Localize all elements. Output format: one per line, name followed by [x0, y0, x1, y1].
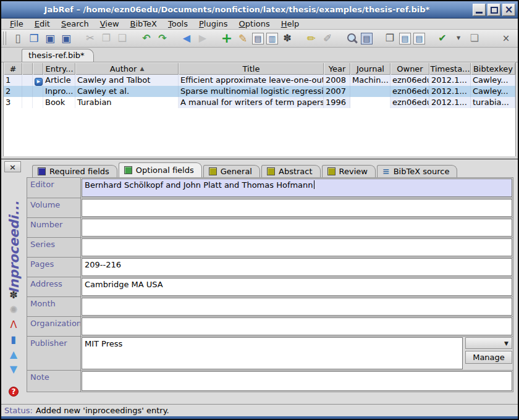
open-file-icon[interactable]: ▮	[11, 335, 17, 345]
toggle-entry-preview-icon[interactable]: ▤	[361, 33, 373, 44]
toolbar: ▯❒▣▣✂❐❑↶↷◀▶+✎▤▥✽✏✐▤❐▤▤✔▼❏×	[1, 30, 518, 48]
table-row[interactable]: 2Inpro...Cawley et al.Sparse multinomial…	[4, 86, 515, 97]
forward-icon[interactable]: ▶	[196, 32, 209, 45]
save-all-icon[interactable]: ▣	[59, 32, 73, 45]
menu-bibtex[interactable]: BibTeX	[125, 19, 162, 29]
column-header-author[interactable]: Author▲	[75, 62, 179, 75]
tab-optional-fields[interactable]: Optional fields	[119, 162, 202, 177]
manage-button[interactable]: Manage	[465, 351, 512, 364]
publisher-combo[interactable]: ▼	[465, 337, 512, 349]
copy-key-icon[interactable]: ❐	[383, 32, 397, 45]
previous-entry-icon[interactable]: ▲	[10, 350, 17, 359]
new-entry-icon[interactable]: +	[220, 32, 234, 45]
search-icon[interactable]	[345, 32, 358, 45]
publisher-controls: ▼Manage	[465, 337, 512, 369]
table-cell: Cawley and Talbot	[75, 75, 179, 86]
column-header-bibtexkey[interactable]: Bibtexkey	[471, 62, 515, 75]
close-entry-editor-button[interactable]: ×	[4, 161, 21, 172]
paste-icon[interactable]: ❑	[116, 32, 129, 45]
menu-tools[interactable]: Tools	[162, 19, 193, 29]
toolbar-close-icon[interactable]: ×	[499, 32, 513, 45]
edit-entry-icon[interactable]: ✎	[236, 32, 250, 45]
field-input-organization[interactable]	[82, 317, 512, 335]
push-to-application-icon[interactable]: ▤	[399, 33, 411, 44]
fetch-web-icon[interactable]: ✔	[436, 32, 449, 45]
cut-icon[interactable]: ✂	[83, 32, 97, 45]
column-header-empty[interactable]	[33, 62, 43, 75]
tab-review[interactable]: Review	[322, 165, 376, 177]
menu-view[interactable]: View	[95, 19, 125, 29]
field-text: 209--216	[85, 260, 121, 269]
table-header: #Entry...Author▲TitleYearJournalOwnerTim…	[4, 62, 515, 75]
pdf-icon[interactable]: Λ	[11, 320, 17, 330]
column-header-owner[interactable]: Owner	[390, 62, 429, 75]
field-input-address[interactable]: Cambridge MA USA	[82, 278, 512, 296]
field-label-number: Number	[27, 217, 81, 238]
unmark-entries-icon[interactable]: ✐	[321, 32, 334, 45]
push-to-application-2-icon[interactable]: ▤	[413, 33, 425, 44]
mark-entries-icon[interactable]: ✏	[305, 32, 318, 45]
generate-key-wand-icon[interactable]: ✽	[9, 290, 17, 300]
gear-icon[interactable]: ✺	[9, 305, 17, 315]
toolbar-drag-handle[interactable]	[3, 32, 6, 45]
field-input-month[interactable]	[82, 298, 512, 316]
tab-general[interactable]: General	[203, 165, 260, 177]
document-tab[interactable]: thesis-ref.bib*	[22, 49, 94, 62]
field-input-series[interactable]	[82, 238, 512, 256]
title-bar[interactable]: JabRef – /home/ezn06edu/Documents/nonfic…	[1, 1, 518, 19]
entry-table: #Entry...Author▲TitleYearJournalOwnerTim…	[3, 62, 516, 156]
help-icon[interactable]: ?	[9, 387, 19, 397]
table-cell: Sparse multinomial logistic regressi...	[179, 86, 324, 97]
table-cell: Article	[43, 75, 75, 86]
copy-icon[interactable]: ❐	[99, 32, 113, 45]
wand-icon[interactable]: ✽	[281, 32, 294, 45]
document-tab-bar: thesis-ref.bib*	[1, 48, 518, 62]
back-icon[interactable]: ◀	[180, 32, 193, 45]
open-database-icon[interactable]: ❒	[27, 32, 41, 45]
menu-edit[interactable]: Edit	[29, 19, 56, 29]
menu-options[interactable]: Options	[234, 19, 276, 29]
table-row[interactable]: 1▶ArticleCawley and TalbotEfficient appr…	[4, 75, 515, 86]
column-header-year[interactable]: Year	[324, 62, 350, 75]
field-value-cell	[81, 370, 513, 392]
tab-required-fields[interactable]: Required fields	[32, 165, 117, 177]
new-database-icon[interactable]: ▯	[11, 32, 25, 45]
table-row[interactable]: 3BookTurabianA manual for writers of ter…	[4, 97, 515, 108]
maximize-button[interactable]	[487, 4, 500, 16]
column-header-entry[interactable]: Entry...	[43, 62, 75, 75]
tab-label: General	[221, 167, 252, 176]
column-header-[interactable]: #	[4, 62, 22, 75]
table-cell: Turabian	[75, 97, 179, 108]
field-input-editor[interactable]: Bernhard Schölkopf and John Platt and Th…	[82, 178, 512, 197]
field-input-pages[interactable]: 209--216	[82, 258, 512, 276]
menu-help[interactable]: Help	[276, 19, 305, 29]
save-database-icon[interactable]: ▣	[43, 32, 57, 45]
column-header-empty[interactable]	[22, 62, 33, 75]
field-input-volume[interactable]	[82, 199, 512, 217]
tab-abstract[interactable]: Abstract	[261, 165, 321, 177]
next-entry-icon[interactable]: ▼	[10, 364, 17, 374]
undo-icon[interactable]: ↶	[140, 32, 153, 45]
redo-icon[interactable]: ↷	[156, 32, 169, 45]
tab-bibtex-source[interactable]: ≡BibTeX source	[377, 165, 457, 177]
field-input-publisher[interactable]: MIT Press	[82, 337, 463, 369]
external-link-icon[interactable]: ▶	[35, 78, 43, 86]
column-header-timesta[interactable]: Timesta...	[429, 62, 471, 75]
field-value-cell	[81, 198, 513, 218]
field-input-number[interactable]	[82, 219, 512, 237]
menu-plugins[interactable]: Plugins	[193, 19, 234, 29]
minimize-button[interactable]	[473, 4, 486, 16]
fetch-dropdown-icon[interactable]: ▼	[452, 32, 465, 45]
preview-icon[interactable]: ❏	[468, 32, 481, 45]
field-value-cell: 209--216	[81, 257, 513, 277]
column-header-title[interactable]: Title	[179, 62, 324, 75]
field-group-square-icon	[267, 167, 275, 175]
field-row-editor: EditorBernhard Schölkopf and John Platt …	[27, 177, 513, 198]
field-input-note[interactable]	[82, 371, 512, 391]
close-button[interactable]: ×	[502, 4, 515, 16]
edit-strings-icon[interactable]: ▥	[266, 33, 278, 44]
menu-search[interactable]: Search	[56, 19, 95, 29]
menu-file[interactable]: File	[4, 19, 29, 29]
edit-preamble-icon[interactable]: ▤	[252, 33, 264, 44]
column-header-journal[interactable]: Journal	[350, 62, 390, 75]
